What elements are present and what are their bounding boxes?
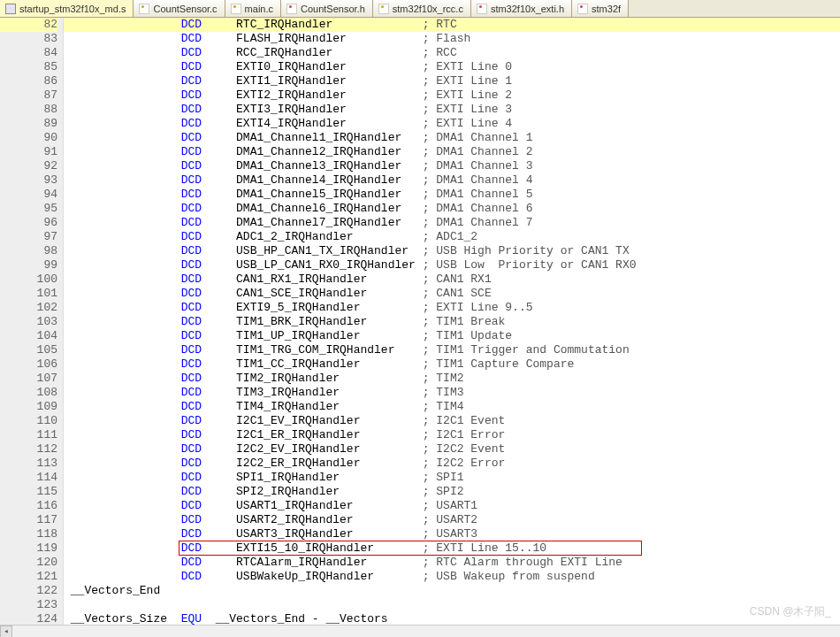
code-line[interactable]: DCD CAN1_SCE_IRQHandler ; CAN1 SCE <box>64 287 840 301</box>
handler-name: USART3_IRQHandler <box>236 527 423 541</box>
tab-stm32f[interactable]: stm32f <box>572 0 629 17</box>
comment: ; I2C1 Event <box>423 414 506 427</box>
code-line[interactable]: DCD USART2_IRQHandler ; USART2 <box>64 513 840 527</box>
code-area[interactable]: DCD RTC_IRQHandler ; RTC DCD FLASH_IRQHa… <box>64 18 840 625</box>
line-number: 114 <box>0 471 57 485</box>
keyword: DCD <box>181 216 202 229</box>
handler-name: EXTI9_5_IRQHandler <box>236 301 423 314</box>
code-line[interactable]: DCD EXTI15_10_IRQHandler ; EXTI Line 15.… <box>64 541 840 556</box>
line-number: 124 <box>0 612 57 625</box>
code-line[interactable] <box>64 598 840 612</box>
comment: ; TIM1 Capture Compare <box>423 357 575 371</box>
code-line[interactable]: DCD EXTI0_IRQHandler ; EXTI Line 0 <box>64 60 840 74</box>
keyword: DCD <box>181 485 202 498</box>
comment: ; TIM3 <box>423 386 464 399</box>
code-line[interactable]: DCD TIM1_CC_IRQHandler ; TIM1 Capture Co… <box>64 357 840 372</box>
keyword: DCD <box>181 414 202 427</box>
code-line[interactable]: DCD RCC_IRQHandler ; RCC <box>64 46 840 60</box>
scroll-left-arrow-icon[interactable]: ◂ <box>0 625 12 638</box>
code-line[interactable]: DCD USBWakeUp_IRQHandler ; USB Wakeup fr… <box>64 570 840 584</box>
handler-name: CAN1_SCE_IRQHandler <box>236 287 423 300</box>
comment: ; ADC1_2 <box>423 230 477 243</box>
handler-name: CAN1_RX1_IRQHandler <box>236 272 423 286</box>
code-line[interactable]: DCD DMA1_Channel3_IRQHandler ; DMA1 Chan… <box>64 159 840 173</box>
tab-stm32f10x-rcc-c[interactable]: stm32f10x_rcc.c <box>373 0 471 17</box>
tab-main-c[interactable]: main.c <box>225 0 281 17</box>
code-line[interactable]: DCD SPI1_IRQHandler ; SPI1 <box>64 471 840 485</box>
code-line[interactable]: DCD USART1_IRQHandler ; USART1 <box>64 499 840 513</box>
keyword: DCD <box>181 499 202 512</box>
code-line[interactable]: DCD EXTI9_5_IRQHandler ; EXTI Line 9..5 <box>64 301 840 315</box>
code-line[interactable]: DCD DMA1_Channel6_IRQHandler ; DMA1 Chan… <box>64 202 840 216</box>
tab-countsensor-h[interactable]: CountSensor.h <box>281 0 373 17</box>
code-line[interactable]: DCD USB_HP_CAN1_TX_IRQHandler ; USB High… <box>64 244 840 258</box>
code-line[interactable]: DCD TIM1_TRG_COM_IRQHandler ; TIM1 Trigg… <box>64 343 840 357</box>
comment: ; DMA1 Channel 2 <box>423 145 533 158</box>
line-number: 111 <box>0 428 57 442</box>
code-line[interactable]: DCD ADC1_2_IRQHandler ; ADC1_2 <box>64 230 840 244</box>
handler-name: TIM3_IRQHandler <box>236 386 423 399</box>
code-line[interactable]: DCD TIM2_IRQHandler ; TIM2 <box>64 372 840 386</box>
keyword: DCD <box>181 145 202 158</box>
tab-countsensor-c[interactable]: CountSensor.c <box>134 0 225 17</box>
code-line[interactable]: DCD RTC_IRQHandler ; RTC <box>64 18 840 32</box>
comment: ; EXTI Line 15..10 <box>423 541 546 555</box>
handler-name: USB_LP_CAN1_RX0_IRQHandler <box>236 258 423 272</box>
code-line[interactable]: DCD EXTI4_IRQHandler ; EXTI Line 4 <box>64 117 840 131</box>
code-line[interactable]: DCD EXTI3_IRQHandler ; EXTI Line 3 <box>64 103 840 117</box>
keyword: DCD <box>181 541 202 555</box>
line-number: 99 <box>0 258 57 272</box>
code-line[interactable]: DCD I2C1_EV_IRQHandler ; I2C1 Event <box>64 414 840 428</box>
handler-name: EXTI3_IRQHandler <box>236 103 423 116</box>
handler-name: SPI1_IRQHandler <box>236 471 423 484</box>
code-line[interactable]: __Vectors_Size EQU __Vectors_End - __Vec… <box>64 612 840 625</box>
line-number: 102 <box>0 301 57 315</box>
handler-name: FLASH_IRQHandler <box>236 32 423 45</box>
code-line[interactable]: DCD USB_LP_CAN1_RX0_IRQHandler ; USB Low… <box>64 258 840 272</box>
comment: ; CAN1 RX1 <box>423 272 492 286</box>
code-line[interactable]: DCD I2C2_ER_IRQHandler ; I2C2 Error <box>64 457 840 471</box>
horizontal-scrollbar[interactable]: ◂ <box>0 625 840 637</box>
code-line[interactable]: DCD CAN1_RX1_IRQHandler ; CAN1 RX1 <box>64 272 840 287</box>
code-line[interactable]: DCD SPI2_IRQHandler ; SPI2 <box>64 485 840 499</box>
keyword: DCD <box>181 315 202 328</box>
comment: ; RTC <box>423 18 457 31</box>
code-line[interactable]: DCD RTCAlarm_IRQHandler ; RTC Alarm thro… <box>64 556 840 570</box>
code-editor[interactable]: 8283848586878889909192939495969798991001… <box>0 18 840 625</box>
code-line[interactable]: DCD DMA1_Channel7_IRQHandler ; DMA1 Chan… <box>64 216 840 230</box>
handler-name: TIM2_IRQHandler <box>236 372 423 385</box>
code-line[interactable]: DCD TIM3_IRQHandler ; TIM3 <box>64 386 840 400</box>
code-line[interactable]: DCD DMA1_Channel5_IRQHandler ; DMA1 Chan… <box>64 188 840 202</box>
code-line[interactable]: DCD USART3_IRQHandler ; USART3 <box>64 527 840 541</box>
code-line[interactable]: DCD EXTI1_IRQHandler ; EXTI Line 1 <box>64 74 840 88</box>
code-line[interactable]: DCD DMA1_Channel4_IRQHandler ; DMA1 Chan… <box>64 173 840 188</box>
handler-name: EXTI2_IRQHandler <box>236 88 423 102</box>
handler-name: TIM1_BRK_IRQHandler <box>236 315 423 328</box>
code-line[interactable]: DCD TIM1_BRK_IRQHandler ; TIM1 Break <box>64 315 840 329</box>
code-line[interactable]: DCD TIM1_UP_IRQHandler ; TIM1 Update <box>64 329 840 343</box>
line-number: 98 <box>0 244 57 258</box>
code-line[interactable]: DCD FLASH_IRQHandler ; Flash <box>64 32 840 46</box>
line-number: 120 <box>0 556 57 570</box>
comment: ; TIM4 <box>423 400 464 413</box>
comment: ; TIM1 Update <box>423 329 512 342</box>
line-number: 117 <box>0 513 57 527</box>
code-line[interactable]: DCD I2C1_ER_IRQHandler ; I2C1 Error <box>64 428 840 442</box>
comment: ; USB Low Priority or CAN1 RX0 <box>423 258 637 272</box>
code-line[interactable]: DCD I2C2_EV_IRQHandler ; I2C2 Event <box>64 442 840 457</box>
line-number: 82 <box>0 18 57 32</box>
keyword: DCD <box>181 32 202 45</box>
tab-startup-stm32f10x-md-s[interactable]: startup_stm32f10x_md.s <box>0 0 134 17</box>
code-line[interactable]: DCD TIM4_IRQHandler ; TIM4 <box>64 400 840 414</box>
code-line[interactable]: DCD DMA1_Channel2_IRQHandler ; DMA1 Chan… <box>64 145 840 159</box>
code-line[interactable]: DCD EXTI2_IRQHandler ; EXTI Line 2 <box>64 88 840 103</box>
comment: ; RTC Alarm through EXTI Line <box>423 556 622 569</box>
handler-name: TIM1_CC_IRQHandler <box>236 357 423 371</box>
code-line[interactable]: DCD DMA1_Channel1_IRQHandler ; DMA1 Chan… <box>64 131 840 145</box>
code-line[interactable]: __Vectors_End <box>64 584 840 598</box>
h-file-icon <box>477 4 487 14</box>
keyword: DCD <box>181 357 202 371</box>
tab-label: CountSensor.h <box>301 4 365 14</box>
line-number: 108 <box>0 386 57 400</box>
tab-stm32f10x-exti-h[interactable]: stm32f10x_exti.h <box>471 0 572 17</box>
